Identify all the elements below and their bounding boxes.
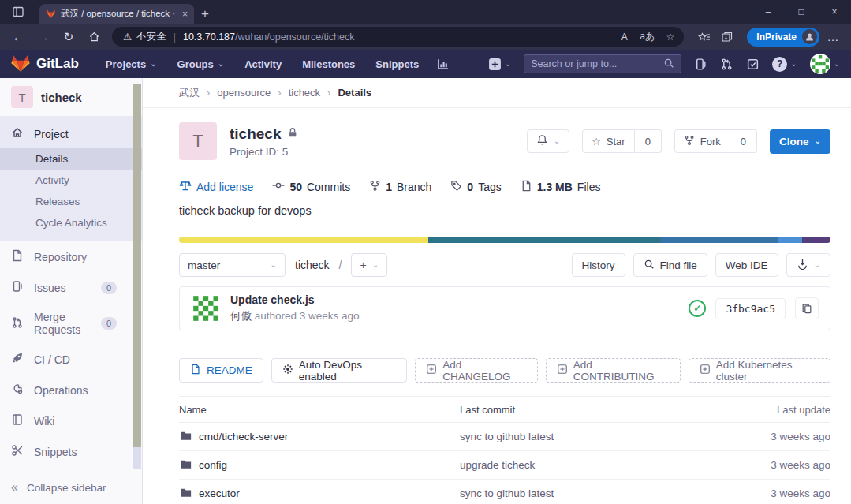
find-file-button[interactable]: Find file — [633, 253, 707, 277]
favorites-bar-icon[interactable] — [693, 27, 715, 47]
add-license-link[interactable]: Add license — [179, 179, 253, 194]
breadcrumb-subgroup[interactable]: opensource — [217, 87, 271, 99]
url-text[interactable]: 10.3.70.187/wuhan/opensource/ticheck — [183, 32, 355, 43]
commits-stat[interactable]: 50 Commits — [272, 179, 350, 194]
fork-count[interactable]: 0 — [730, 129, 757, 153]
help-menu[interactable]: ? ⌄ — [772, 57, 797, 72]
pipeline-passed-icon[interactable]: ✓ — [689, 300, 706, 317]
refresh-icon[interactable]: ↻ — [57, 26, 80, 48]
address-bar[interactable]: ⚠ 不安全 | 10.3.70.187/wuhan/opensource/tic… — [112, 27, 684, 47]
sidebar-item-merge-requests[interactable]: Merge Requests 0 — [0, 303, 142, 344]
sidebar-item-repository[interactable]: Repository — [0, 241, 142, 272]
tab-actions-icon[interactable] — [5, 0, 32, 24]
clone-button[interactable]: Clone ⌄ — [770, 129, 830, 154]
home-icon[interactable] — [82, 26, 106, 48]
back-icon[interactable]: ← — [6, 26, 30, 48]
commit-author-link[interactable]: 何傲 — [230, 310, 252, 322]
browser-tab[interactable]: 武汉 / opensource / ticheck · Gi × — [39, 4, 194, 24]
browser-menu-icon[interactable]: … — [821, 26, 845, 48]
window-maximize-button[interactable]: □ — [785, 0, 818, 24]
lock-icon — [287, 127, 298, 140]
star-label: Star — [607, 136, 625, 147]
gitlab-home-link[interactable]: GitLab — [11, 54, 79, 74]
table-row[interactable]: cmd/ticheck-server sync to github latest… — [179, 423, 830, 451]
add-file-button[interactable]: + ⌄ — [351, 253, 387, 277]
window-minimize-button[interactable]: – — [752, 0, 785, 24]
global-search[interactable] — [524, 54, 681, 73]
add-contributing-button[interactable]: Add CONTRIBUTING — [546, 358, 681, 383]
new-menu-button[interactable]: ⌄ — [488, 58, 511, 71]
sidebar-item-cycle-analytics[interactable]: Cycle Analytics — [0, 212, 142, 233]
commit-message-link[interactable]: sync to github latest — [460, 487, 720, 499]
branches-stat[interactable]: 1 Branch — [369, 180, 431, 194]
inprivate-badge[interactable]: InPrivate — [747, 28, 819, 47]
breadcrumb-project[interactable]: ticheck — [289, 87, 320, 99]
nav-milestones[interactable]: Milestones — [294, 58, 363, 70]
sidebar-item-releases[interactable]: Releases — [0, 191, 142, 212]
sidebar-item-details[interactable]: Details — [0, 148, 142, 170]
sidebar-scrollbar[interactable] — [133, 84, 141, 447]
read-aloud-icon[interactable]: A — [614, 27, 635, 47]
nav-projects[interactable]: Projects⌄ — [98, 58, 165, 70]
nav-snippets[interactable]: Snippets — [368, 58, 427, 70]
history-button[interactable]: History — [572, 253, 625, 277]
search-input[interactable] — [531, 58, 663, 69]
gitlab-brand-label: GitLab — [36, 56, 79, 72]
site-security-warning[interactable]: ⚠ 不安全 — [123, 30, 166, 43]
star-button[interactable]: ☆ Star — [582, 129, 635, 153]
auto-devops-button[interactable]: Auto DevOps enabled — [271, 358, 407, 383]
star-group: ☆ Star 0 — [582, 129, 662, 153]
table-row[interactable]: executor sync to github latest 3 weeks a… — [179, 480, 830, 504]
collections-icon[interactable] — [716, 27, 737, 47]
download-icon — [797, 258, 808, 272]
web-ide-button[interactable]: Web IDE — [715, 253, 778, 277]
table-row[interactable]: config upgrade ticheck 3 weeks ago — [179, 451, 830, 480]
sidebar-item-activity[interactable]: Activity — [0, 170, 142, 191]
merge-requests-icon[interactable] — [720, 58, 733, 71]
commit-message-link[interactable]: sync to github latest — [460, 431, 720, 442]
star-count[interactable]: 0 — [635, 129, 662, 153]
add-changelog-button[interactable]: Add CHANGELOG — [415, 358, 537, 383]
add-license-label: Add license — [196, 181, 253, 193]
file-name-link[interactable]: cmd/ticheck-server — [199, 431, 288, 442]
add-contributing-label: Add CONTRIBUTING — [573, 359, 670, 383]
inprivate-label: InPrivate — [756, 32, 797, 43]
commit-message-link[interactable]: upgrade ticheck — [460, 459, 720, 471]
branch-selector[interactable]: master ⌄ — [179, 253, 286, 277]
sidebar-item-issues[interactable]: Issues 0 — [0, 272, 142, 303]
copy-icon[interactable] — [795, 297, 819, 319]
new-tab-button[interactable]: + — [194, 4, 216, 24]
todos-icon[interactable] — [746, 58, 760, 71]
nav-activity[interactable]: Activity — [237, 58, 289, 70]
language-bar[interactable] — [179, 237, 830, 243]
collapse-sidebar-button[interactable]: « Collapse sidebar — [0, 471, 142, 504]
charts-icon[interactable] — [436, 58, 450, 71]
file-name-link[interactable]: config — [199, 459, 227, 471]
sidebar-item-project[interactable]: Project — [0, 119, 142, 148]
sidebar-item-snippets[interactable]: Snippets — [0, 436, 142, 467]
nav-groups[interactable]: Groups⌄ — [170, 58, 233, 70]
tags-stat[interactable]: 0 Tags — [450, 180, 501, 194]
fork-button[interactable]: Fork — [674, 129, 730, 153]
issues-icon[interactable] — [694, 58, 707, 71]
add-favorite-icon[interactable]: ☆ — [659, 27, 681, 47]
breadcrumb-group[interactable]: 武汉 — [179, 86, 200, 100]
sidebar-item-operations[interactable]: Operations — [0, 375, 142, 405]
add-kubernetes-button[interactable]: Add Kubernetes cluster — [689, 358, 830, 383]
download-button[interactable]: ⌄ — [786, 253, 830, 277]
commit-sha[interactable]: 3fbc9ac5 — [715, 298, 786, 319]
repo-path-root[interactable]: ticheck — [295, 259, 330, 271]
sidebar-item-ci-cd[interactable]: CI / CD — [0, 344, 142, 375]
readme-button[interactable]: README — [179, 358, 263, 383]
chevron-down-icon: ⌄ — [554, 137, 560, 145]
translate-icon[interactable]: aあ — [636, 27, 658, 47]
user-menu[interactable]: ⌄ — [810, 54, 840, 74]
sidebar-item-wiki[interactable]: Wiki — [0, 405, 142, 436]
commit-title-link[interactable]: Update check.js — [230, 293, 360, 306]
window-close-button[interactable]: × — [818, 0, 851, 24]
file-name-link[interactable]: executor — [199, 487, 240, 499]
files-stat[interactable]: 1.3 MB Files — [521, 180, 601, 194]
tab-close-icon[interactable]: × — [182, 9, 188, 20]
sidebar-project-header[interactable]: T ticheck — [0, 78, 142, 116]
notification-dropdown[interactable]: ⌄ — [527, 129, 569, 153]
